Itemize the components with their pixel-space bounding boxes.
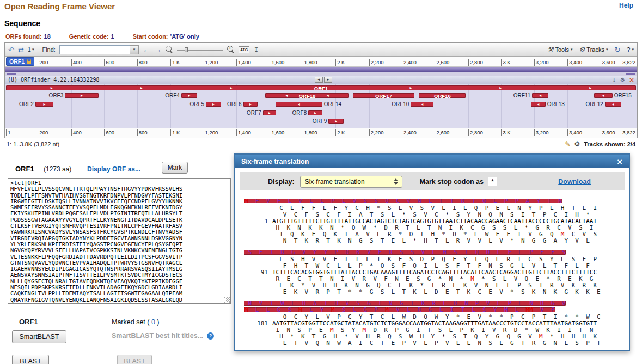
- pan-right-icon[interactable]: →: [154, 46, 162, 53]
- six-frame-dialog: Six-frame translation × Display: Six-fra…: [234, 153, 630, 351]
- strand-arrow-icon: ◂: [537, 102, 539, 106]
- orf-label-orf14: ORF14: [324, 102, 341, 107]
- orf-panel-title: ORF1: [15, 165, 34, 173]
- orf-feature-orf15[interactable]: ◂ORF15: [594, 93, 613, 98]
- gear-icon: ⚙: [579, 46, 585, 53]
- orf-feature-orf10[interactable]: ◂ORF10: [411, 102, 433, 107]
- orf-feature-orf14[interactable]: ◂ORF14: [276, 102, 322, 107]
- orf-feature-orf6[interactable]: ▸ORF6: [243, 102, 258, 107]
- orf-feature-orf12[interactable]: ◂ORF12: [605, 102, 621, 107]
- orf-label-orf2: ORF2: [19, 102, 34, 107]
- strand-arrow-icon: ▸: [335, 119, 337, 123]
- smartblast-button[interactable]: SmartBLAST: [12, 330, 66, 343]
- toolbar-separator: [38, 45, 38, 54]
- undo-icon[interactable]: ↶: [8, 46, 14, 53]
- pencil-icon[interactable]: ✎: [565, 140, 570, 148]
- orf-label-orf7: ORF7: [247, 110, 261, 116]
- orf-track-area[interactable]: ▸▸▸▸▸▸▸ORF1▸ORF3▸ORF4◂◂ORF18◂ORF17◂ORF16…: [5, 84, 637, 128]
- orf-feature-orf18[interactable]: ◂◂ORF18: [265, 93, 348, 98]
- blast-button[interactable]: BLAST: [12, 355, 49, 364]
- orf-feature-orf17[interactable]: ◂ORF17: [353, 93, 415, 98]
- fasta-line: CAQKFNGLTVLPPLLTDEMIAQYTSALLAGTITSGWTFGA…: [10, 291, 228, 297]
- smartblast-hits-label: SmartBLAST best hit titles...?: [112, 332, 214, 340]
- caret-icon: ▾: [632, 47, 634, 52]
- strand-arrow-icon: ▸: [230, 86, 233, 90]
- history-dropdown[interactable]: 1▾: [28, 46, 34, 53]
- pan-left-icon[interactable]: ←: [143, 46, 150, 53]
- orf-feature-orf16[interactable]: ◂ORF16: [419, 93, 466, 98]
- track-header[interactable]: (U) ORFfinder_4.22.164332298 ◂ ▸ ↧ ⚙ ×: [5, 76, 637, 84]
- mark-button[interactable]: Mark: [162, 162, 188, 174]
- strand-arrow-icon: ▸: [51, 86, 53, 90]
- resize-handle-icon[interactable]: [224, 297, 230, 303]
- ruler-tick-1: 1: [6, 129, 10, 136]
- tracks-menu-label: Tracks: [586, 46, 604, 53]
- zoom-to-sequence-icon[interactable]: ↧: [253, 46, 259, 53]
- tracks-shown-label: Tracks shown: 2/4: [584, 141, 635, 147]
- find-input[interactable]: [59, 45, 130, 54]
- sequence-overview-bar[interactable]: [5, 67, 637, 72]
- zoom-in-icon[interactable]: +: [227, 46, 235, 53]
- dialog-titlebar[interactable]: Six-frame translation ×: [235, 155, 629, 168]
- start-codon: Start codon:'ATG' only: [133, 33, 199, 40]
- ruler-tick-2,600: 2,600: [435, 59, 449, 66]
- marked-count: 0: [151, 318, 155, 326]
- orf-feature-orf4[interactable]: ▸ORF4: [181, 93, 197, 98]
- tracks-gear-icon[interactable]: ⚙: [574, 140, 580, 148]
- orf-feature-orf2[interactable]: ▸ORF2: [35, 102, 54, 107]
- strand-arrow-icon: ▸: [589, 86, 591, 90]
- help-link[interactable]: Help: [619, 2, 633, 9]
- orf-feature-orf9[interactable]: ▸ORF9: [328, 119, 344, 124]
- ruler-top[interactable]: ORF1 2004006008001 K1,2001,4001,6001,800…: [5, 57, 637, 67]
- fasta-sequence-box[interactable]: >lcl|ORF1MFVFLVLLPLVSSQCVNLTTRTQLPPAYTNS…: [8, 178, 231, 304]
- flip-strands-icon[interactable]: ⇄: [18, 46, 24, 53]
- blast-marked-button[interactable]: BLAST: [117, 355, 152, 364]
- orf-label-orf15: ORF15: [614, 93, 632, 98]
- orf-label-orf9: ORF9: [313, 119, 327, 124]
- start-codon-label: Start codon:: [133, 33, 168, 40]
- ruler-tick-2,400: 2,400: [402, 129, 417, 136]
- orf-feature-orf8[interactable]: ▸ORF8: [308, 110, 322, 115]
- tracks-menu[interactable]: ⚙Tracks▾: [579, 46, 608, 53]
- track-close-icon[interactable]: ×: [629, 77, 634, 83]
- track-collapse-icon[interactable]: ↧: [612, 77, 616, 83]
- find-dropdown-icon[interactable]: ▾: [130, 45, 139, 54]
- info-icon[interactable]: ?: [207, 332, 214, 340]
- statusbar-right: ✎ ⚙ Tracks shown: 2/4: [565, 140, 635, 148]
- track-pan-left-icon[interactable]: ◂: [315, 77, 323, 83]
- strand-arrow-icon: ◂: [602, 94, 604, 97]
- zoom-slider[interactable]: [177, 46, 223, 53]
- dialog-close-icon[interactable]: ×: [616, 157, 623, 166]
- zoom-slider-thumb[interactable]: [185, 47, 188, 52]
- track-pan-right-icon[interactable]: ▸: [324, 77, 332, 83]
- track-settings-gear-icon[interactable]: ⚙: [620, 77, 625, 83]
- translation-frame: S F T R G V Y Y P D K V F R S S V L H S …: [244, 250, 566, 255]
- orf-feature-orf3[interactable]: ▸ORF3: [65, 93, 99, 98]
- download-link[interactable]: Download: [558, 178, 591, 186]
- ruler-tick-1 K: 1 K: [170, 59, 180, 66]
- display-orf-as-link[interactable]: Display ORF as...: [87, 165, 140, 173]
- orf-feature-orf7[interactable]: ▸ORF7: [263, 110, 276, 115]
- ruler-tick-3,600: 3,600: [601, 59, 615, 66]
- orf-feature-orf5[interactable]: ▸ORF5: [206, 102, 221, 107]
- sequence-viewer: ↶ ⇄ 1▾ Find: ▾ ← → − + ATG ↧ ⚒Tools▾ ⚙Tr…: [4, 42, 638, 138]
- translation-block-3: ORF1 N V T W F H A I H V S G T N G T K R…: [244, 301, 629, 347]
- orf-label-orf4: ORF4: [165, 93, 180, 98]
- ruler-tick-3,400: 3,400: [567, 59, 582, 66]
- orf-feature-orf11[interactable]: ◂ORF11: [532, 93, 548, 98]
- stop-codon-input[interactable]: *: [488, 177, 497, 186]
- tools-menu[interactable]: ⚒Tools▾: [548, 46, 573, 53]
- zoom-to-atg-icon[interactable]: ATG: [239, 46, 249, 53]
- orf-feature-orf13[interactable]: ◂ORF13: [531, 102, 546, 107]
- orf-feature-orf1[interactable]: ▸▸▸▸▸▸▸ORF1: [6, 85, 635, 90]
- zoom-out-icon[interactable]: −: [166, 46, 173, 53]
- selected-orf-chip[interactable]: ORF1: [6, 57, 34, 66]
- ruler-tick-2 K: 2 K: [335, 59, 345, 66]
- ruler-tick-1,200: 1,200: [204, 59, 218, 66]
- help-menu[interactable]: ?▾: [627, 46, 634, 53]
- ruler-bottom[interactable]: 1 2004006008001 K1,2001,4001,6001,8002 K…: [5, 128, 637, 138]
- translation-frame: M L L G S M L Y M S L G P M V L R G L I …: [244, 307, 555, 312]
- track-pan-buttons: ◂ ▸: [315, 77, 332, 83]
- display-select[interactable]: Six-frame translation: [300, 176, 402, 188]
- refresh-icon[interactable]: ↻: [614, 46, 620, 53]
